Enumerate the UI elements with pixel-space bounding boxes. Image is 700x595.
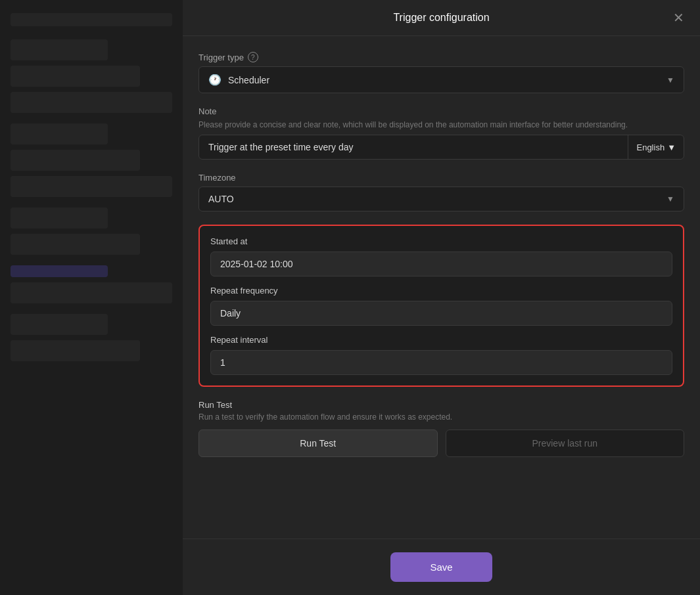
note-input-wrapper: English ▼	[198, 135, 684, 160]
note-input[interactable]	[199, 135, 628, 159]
repeat-frequency-label: Repeat frequency	[210, 286, 672, 296]
repeat-frequency-select[interactable]: Daily	[210, 301, 672, 326]
timezone-section: Timezone AUTO ▼	[198, 173, 684, 211]
language-value: English	[636, 143, 665, 152]
timezone-chevron-icon: ▼	[666, 194, 674, 204]
scheduler-icon: 🕐	[208, 74, 222, 86]
timezone-value: AUTO	[208, 194, 234, 204]
run-test-title: Run Test	[198, 400, 684, 410]
repeat-interval-label: Repeat interval	[210, 335, 672, 345]
timezone-select[interactable]: AUTO ▼	[198, 187, 684, 211]
modal-footer: Save	[183, 539, 700, 595]
trigger-config-modal: Trigger configuration ✕ Trigger type ? 🕐…	[183, 0, 700, 595]
chevron-down-icon: ▼	[666, 76, 674, 85]
note-section: Note Please provide a concise and clear …	[198, 106, 684, 160]
repeat-interval-input[interactable]	[210, 350, 672, 375]
modal-title: Trigger configuration	[393, 12, 489, 24]
note-description: Please provide a concise and clear note,…	[198, 120, 684, 129]
note-label: Note	[198, 106, 684, 116]
repeat-interval-section: Repeat interval	[210, 335, 672, 375]
repeat-frequency-section: Repeat frequency Daily	[210, 286, 672, 326]
trigger-type-select[interactable]: 🕐 Scheduler ▼	[198, 66, 684, 93]
run-test-description: Run a test to verify the automation flow…	[198, 412, 684, 422]
repeat-frequency-value: Daily	[220, 308, 241, 319]
lang-chevron-icon: ▼	[667, 143, 676, 152]
preview-last-run-button[interactable]: Preview last run	[446, 430, 685, 457]
trigger-type-help-icon[interactable]: ?	[248, 52, 258, 62]
schedule-config-box: Started at Repeat frequency Daily Repeat…	[198, 225, 684, 387]
run-test-button[interactable]: Run Test	[198, 430, 438, 457]
trigger-type-value: Scheduler	[228, 75, 269, 85]
save-button[interactable]: Save	[390, 552, 492, 582]
timezone-label: Timezone	[198, 173, 684, 183]
sidebar	[0, 0, 183, 595]
close-button[interactable]: ✕	[670, 9, 687, 27]
modal-header: Trigger configuration ✕	[183, 0, 700, 36]
test-buttons-group: Run Test Preview last run	[198, 430, 684, 457]
trigger-type-label: Trigger type ?	[198, 52, 684, 62]
started-at-label: Started at	[210, 236, 672, 246]
trigger-type-section: Trigger type ? 🕐 Scheduler ▼	[198, 52, 684, 93]
started-at-input[interactable]	[210, 252, 672, 276]
run-test-section: Run Test Run a test to verify the automa…	[198, 400, 684, 457]
modal-body: Trigger type ? 🕐 Scheduler ▼ Note Please…	[183, 36, 700, 539]
language-selector[interactable]: English ▼	[628, 135, 684, 159]
started-at-section: Started at	[210, 236, 672, 276]
